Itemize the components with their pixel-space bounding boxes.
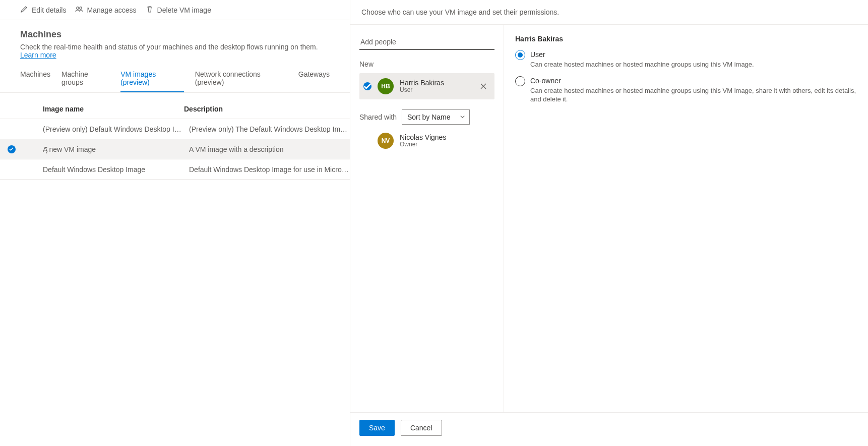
people-icon [75, 5, 83, 15]
table-row[interactable]: Default Windows Desktop Image Default Wi… [0, 159, 350, 180]
person-row-shared[interactable]: NV Nicolas Vignes Owner [359, 128, 494, 154]
table-row[interactable]: A new VM image ⋮ A VM image with a descr… [0, 139, 350, 159]
person-name: Harris Bakiras [400, 79, 444, 87]
add-people-input[interactable] [359, 35, 494, 50]
panel-header-text: Choose who can use your VM image and set… [350, 0, 868, 25]
tabs: Machines Machine groups VM images (previ… [0, 59, 350, 93]
svg-point-1 [80, 7, 82, 10]
edit-details-label: Edit details [32, 6, 66, 14]
column-description[interactable]: Description [184, 105, 350, 113]
remove-person-icon[interactable] [476, 79, 490, 93]
panel-left: New HB Harris Bakiras User Shared with S… [350, 25, 504, 412]
permission-option-user[interactable]: User Can create hosted machines or hoste… [515, 50, 857, 69]
tab-network-connections[interactable]: Network connections (preview) [195, 70, 287, 92]
tab-machine-groups[interactable]: Machine groups [61, 70, 109, 92]
learn-more-link[interactable]: Learn more [20, 51, 56, 59]
pencil-icon [20, 5, 28, 15]
page-subtitle-text: Check the real-time health and status of… [20, 43, 318, 51]
manage-access-panel: Choose who can use your VM image and set… [350, 0, 868, 446]
page-title: Machines [20, 29, 330, 40]
row-name: Default Windows Desktop Image [43, 165, 184, 174]
person-role: Owner [400, 141, 446, 148]
shared-with-label: Shared with [359, 113, 397, 121]
avatar: NV [378, 133, 394, 149]
vm-images-table: Image name Description (Preview only) De… [0, 93, 350, 180]
panel-footer: Save Cancel [350, 413, 868, 446]
person-name: Nicolas Vignes [400, 133, 446, 141]
edit-details-button[interactable]: Edit details [20, 5, 66, 15]
panel-right: Harris Bakiras User Can create hosted ma… [504, 25, 868, 412]
tab-machines[interactable]: Machines [20, 70, 50, 92]
manage-access-label: Manage access [87, 6, 136, 14]
permission-description: Can create hosted machines or hosted mac… [530, 60, 754, 69]
delete-vm-image-label: Delete VM image [157, 6, 211, 14]
radio-icon[interactable] [515, 50, 525, 60]
new-section-label: New [359, 60, 494, 68]
radio-icon[interactable] [515, 76, 525, 86]
person-selected-check-icon [363, 82, 371, 90]
row-description: Default Windows Desktop Image for use in… [184, 165, 350, 174]
selected-person-title: Harris Bakiras [515, 35, 857, 43]
svg-point-0 [77, 7, 79, 10]
tab-gateways[interactable]: Gateways [298, 70, 330, 92]
sort-by-dropdown[interactable]: Sort by Name [402, 109, 470, 125]
permission-option-coowner[interactable]: Co-owner Can create hosted machines or h… [515, 76, 857, 104]
person-row-new[interactable]: HB Harris Bakiras User [359, 73, 494, 99]
page-subtitle: Check the real-time health and status of… [20, 43, 330, 59]
avatar: HB [378, 78, 394, 94]
row-description: (Preview only) The Default Windows Deskt… [184, 125, 350, 133]
page-header: Machines Check the real-time health and … [0, 20, 350, 59]
delete-vm-image-button[interactable]: Delete VM image [146, 5, 211, 15]
row-description: A VM image with a description [184, 145, 350, 153]
row-more-menu-icon[interactable]: ⋮ [43, 145, 175, 153]
person-role: User [400, 87, 444, 94]
permission-label: User [530, 50, 754, 59]
manage-access-button[interactable]: Manage access [75, 5, 136, 15]
tab-vm-images[interactable]: VM images (preview) [120, 70, 184, 92]
permission-label: Co-owner [530, 76, 857, 85]
cancel-button[interactable]: Cancel [401, 420, 442, 436]
toolbar: Edit details Manage access Delete VM ima… [0, 0, 350, 20]
row-name: (Preview only) Default Windows Desktop I… [43, 125, 184, 133]
column-image-name[interactable]: Image name [43, 105, 184, 113]
trash-icon [146, 5, 154, 15]
table-row[interactable]: (Preview only) Default Windows Desktop I… [0, 119, 350, 139]
row-selected-check-icon[interactable] [8, 145, 16, 153]
permission-description: Can create hosted machines or hosted mac… [530, 86, 857, 104]
table-header: Image name Description [0, 99, 350, 119]
save-button[interactable]: Save [359, 420, 395, 436]
